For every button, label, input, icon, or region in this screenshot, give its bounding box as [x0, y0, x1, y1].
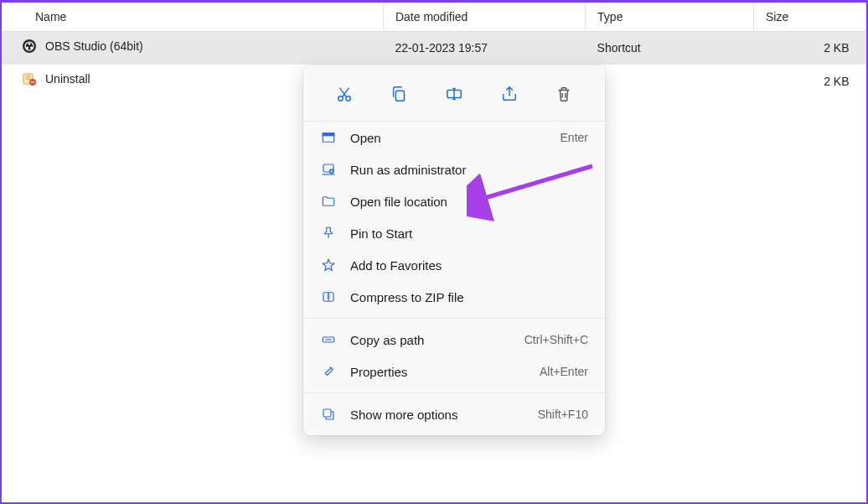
file-size: 2 KB	[754, 31, 866, 65]
menu-label: Compress to ZIP file	[350, 290, 588, 304]
svg-rect-12	[323, 133, 334, 136]
menu-item-open-location[interactable]: Open file location	[303, 185, 605, 217]
svg-point-8	[346, 96, 351, 101]
menu-item-properties[interactable]: Properties Alt+Enter	[303, 356, 605, 387]
column-header-name[interactable]: Name	[2, 3, 383, 31]
zip-icon	[320, 288, 337, 305]
share-button[interactable]	[494, 79, 524, 109]
context-menu: Open Enter Run as administrator Open fil…	[303, 65, 605, 435]
obs-icon	[22, 39, 37, 54]
menu-label: Show more options	[350, 408, 524, 422]
column-header-date[interactable]: Date modified	[383, 3, 585, 31]
file-type: Shortcut	[586, 31, 754, 65]
folder-icon	[320, 193, 337, 210]
file-size: 2 KB	[754, 65, 866, 98]
svg-rect-9	[396, 91, 405, 101]
pin-icon	[320, 225, 337, 242]
svg-point-4	[30, 46, 33, 49]
menu-item-pin-start[interactable]: Pin to Start	[303, 217, 605, 249]
svg-point-3	[26, 46, 28, 49]
menu-label: Add to Favorites	[350, 258, 588, 273]
delete-button[interactable]	[549, 79, 579, 109]
star-icon	[320, 257, 337, 273]
menu-separator	[303, 392, 605, 393]
menu-separator	[303, 318, 605, 319]
menu-label: Properties	[350, 365, 526, 379]
rename-button[interactable]	[439, 79, 469, 109]
context-menu-toolbar	[303, 70, 605, 122]
uninstall-icon	[22, 71, 37, 86]
file-name: Uninstall	[45, 72, 90, 86]
menu-label: Copy as path	[350, 333, 511, 347]
path-icon	[320, 331, 337, 348]
file-date: 22-01-2023 19:57	[383, 31, 585, 65]
menu-label: Pin to Start	[350, 226, 588, 241]
menu-item-compress[interactable]: Compress to ZIP file	[303, 281, 605, 313]
menu-label: Run as administrator	[350, 163, 588, 177]
shield-icon	[320, 161, 337, 178]
menu-item-open[interactable]: Open Enter	[303, 122, 605, 153]
file-name: OBS Studio (64bit)	[45, 39, 143, 53]
svg-rect-17	[323, 409, 331, 417]
menu-shortcut: Shift+F10	[538, 408, 588, 421]
table-row[interactable]: OBS Studio (64bit) 22-01-2023 19:57 Shor…	[2, 31, 866, 65]
menu-item-more-options[interactable]: Show more options Shift+F10	[303, 398, 605, 430]
menu-label: Open file location	[350, 195, 588, 209]
menu-label: Open	[350, 131, 547, 145]
file-type	[586, 65, 754, 98]
menu-shortcut: Enter	[561, 131, 588, 144]
column-header-row: Name Date modified Type Size	[2, 3, 866, 31]
wrench-icon	[320, 363, 337, 380]
menu-shortcut: Ctrl+Shift+C	[524, 333, 588, 346]
svg-point-2	[28, 42, 31, 44]
open-icon	[320, 129, 337, 146]
copy-button[interactable]	[384, 79, 414, 109]
menu-item-copy-path[interactable]: Copy as path Ctrl+Shift+C	[303, 324, 605, 356]
column-header-type[interactable]: Type	[586, 3, 754, 31]
svg-point-7	[338, 96, 343, 101]
menu-item-add-favorites[interactable]: Add to Favorites	[303, 249, 605, 281]
more-icon	[320, 406, 337, 423]
menu-shortcut: Alt+Enter	[540, 365, 588, 378]
menu-item-run-admin[interactable]: Run as administrator	[303, 153, 605, 185]
column-header-size[interactable]: Size	[754, 3, 866, 31]
cut-button[interactable]	[329, 79, 359, 109]
